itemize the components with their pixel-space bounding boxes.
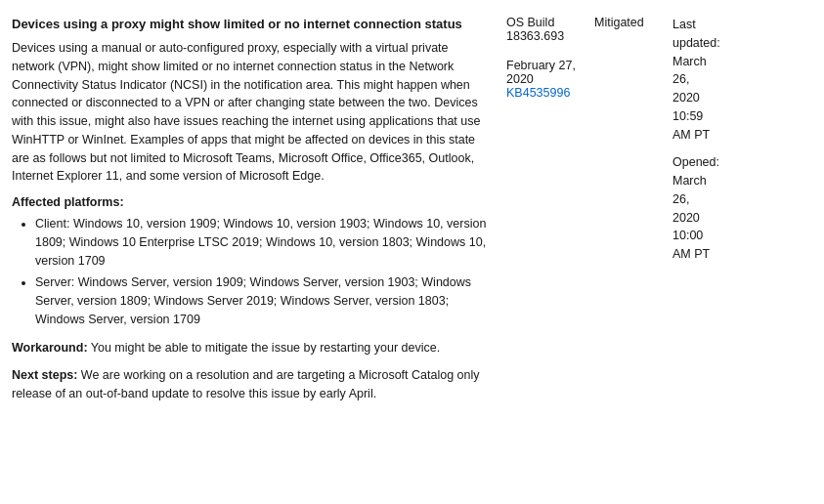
nextsteps-label: Next steps: <box>12 368 77 382</box>
lastupdated-26: 26, <box>672 72 689 86</box>
osbuild-header: OS Build <box>506 16 579 29</box>
list-item: Server: Windows Server, version 1909; Wi… <box>35 273 487 328</box>
opened-march: March <box>672 174 707 188</box>
build-number: 18363.693 <box>506 29 579 43</box>
mitigated-column: Mitigated <box>586 8 665 411</box>
advisory-title: Devices using a proxy might show limited… <box>12 16 487 33</box>
platform-list: Client: Windows 10, version 1909; Window… <box>12 215 487 329</box>
lastupdated-header: Last updated: <box>672 16 745 53</box>
advisory-container: Devices using a proxy might show limited… <box>0 0 824 419</box>
nextsteps: Next steps: We are working on a resoluti… <box>12 366 487 403</box>
opened-26: 26, <box>672 192 689 206</box>
opened-block: Opened: March 26, 2020 10:00 AM PT <box>672 153 745 264</box>
lastupdated-march: March <box>672 55 707 68</box>
main-content: Devices using a proxy might show limited… <box>0 8 499 411</box>
opened-ampt: AM PT <box>672 247 710 261</box>
lastupdated-value: March 26, 2020 10:59 AM PT <box>672 53 745 145</box>
date-label: February 27, 2020 <box>506 59 579 86</box>
list-item: Client: Windows 10, version 1909; Window… <box>35 215 487 270</box>
opened-label: Opened: <box>672 155 719 169</box>
osbuild-data: 18363.693 February 27, 2020 KB4535996 <box>506 29 579 100</box>
advisory-description: Devices using a manual or auto-configure… <box>12 39 487 186</box>
nextsteps-text: We are working on a resolution and are t… <box>12 368 480 400</box>
workaround-label: Workaround: <box>12 341 88 355</box>
lastupdated-column: Last updated: March 26, 2020 10:59 AM PT… <box>665 8 753 411</box>
osbuild-column: OS Build 18363.693 February 27, 2020 KB4… <box>499 8 586 411</box>
opened-time: 10:00 <box>672 229 703 242</box>
kb-link[interactable]: KB4535996 <box>506 86 570 100</box>
workaround-text: You might be able to mitigate the issue … <box>88 341 441 355</box>
affected-platforms-title: Affected platforms: <box>12 195 487 209</box>
workaround: Workaround: You might be able to mitigat… <box>12 339 487 357</box>
lastupdated-2020: 2020 <box>672 91 700 105</box>
lastupdated-ampt: AM PT <box>672 128 710 142</box>
opened-2020: 2020 <box>672 211 700 225</box>
lastupdated-time: 10:59 <box>672 109 703 123</box>
mitigated-header: Mitigated <box>594 16 657 29</box>
